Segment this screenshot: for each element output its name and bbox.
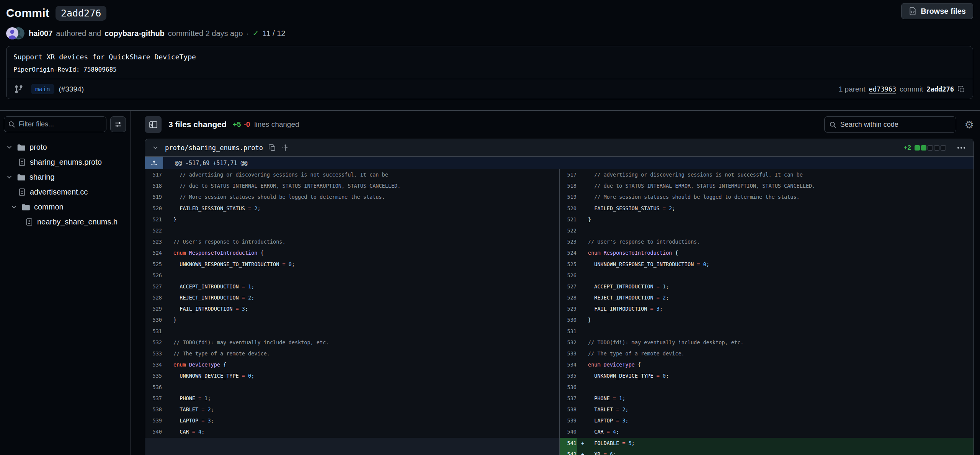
line-number[interactable]: 527 (145, 281, 163, 292)
line-number[interactable]: 524 (560, 247, 577, 259)
diff-marker (163, 426, 173, 437)
copy-filename-button[interactable] (268, 144, 276, 152)
full-commit-sha: 2add276 (926, 85, 954, 93)
line-number[interactable]: 518 (145, 180, 163, 191)
line-number[interactable]: 523 (145, 236, 163, 247)
tree-folder-proto[interactable]: proto (4, 140, 126, 155)
collapse-file-chevron-icon[interactable] (152, 144, 159, 151)
sliders-icon (114, 121, 122, 128)
checks-status[interactable]: 11 / 12 (263, 29, 286, 38)
line-number[interactable]: 522 (145, 225, 163, 236)
file-options-button[interactable] (956, 146, 967, 150)
line-number[interactable]: 531 (560, 326, 577, 337)
line-number[interactable]: 538 (560, 404, 577, 415)
toggle-file-tree-button[interactable] (145, 116, 162, 133)
line-number[interactable]: 518 (560, 180, 577, 191)
tree-file-advertisement.cc[interactable]: advertisement.cc (4, 185, 126, 200)
line-number[interactable]: 519 (560, 191, 577, 203)
parent-sha-link[interactable]: ed73963 (869, 85, 896, 93)
line-number[interactable]: 526 (145, 270, 163, 281)
code-text: // More session statuses should be logge… (173, 191, 559, 203)
pr-reference[interactable]: (#3394) (59, 85, 84, 93)
diff-file-header: proto/sharing_enums.proto (145, 139, 973, 157)
line-number[interactable]: 540 (560, 426, 577, 437)
committer-name[interactable]: copybara-github (105, 29, 165, 38)
committed-text: committed 2 days ago (168, 29, 243, 38)
line-number[interactable]: 539 (145, 415, 163, 426)
line-number[interactable]: 525 (560, 259, 577, 270)
tree-item-label: proto (29, 143, 47, 152)
line-number[interactable]: 537 (560, 393, 577, 404)
diff-marker (577, 259, 588, 270)
tree-folder-sharing[interactable]: sharing (4, 170, 126, 185)
diff-filename[interactable]: proto/sharing_enums.proto (165, 144, 263, 152)
line-number[interactable]: 524 (145, 247, 163, 259)
line-number[interactable]: 521 (560, 214, 577, 225)
line-number[interactable]: 529 (560, 303, 577, 314)
copy-sha-button[interactable] (957, 85, 965, 93)
line-number[interactable]: 523 (560, 236, 577, 247)
line-number[interactable]: 522 (560, 225, 577, 236)
line-number[interactable]: 530 (560, 314, 577, 326)
author-avatar (6, 27, 18, 39)
lines-changed-label: lines changed (254, 120, 299, 129)
tree-file-nearby_share_enums.h[interactable]: nearby_share_enums.h (4, 214, 126, 229)
line-number[interactable]: 540 (145, 426, 163, 437)
line-number[interactable]: 529 (145, 303, 163, 314)
avatar[interactable] (6, 27, 25, 39)
code-text: } (173, 214, 559, 225)
line-number[interactable]: 527 (560, 281, 577, 292)
deletions-count: -0 (243, 120, 250, 129)
line-number[interactable]: 534 (145, 359, 163, 370)
diff-line: 519 // More session statuses should be l… (145, 191, 559, 203)
line-number[interactable]: 534 (560, 359, 577, 370)
drag-move-handle[interactable] (281, 144, 289, 152)
diff-line: 536 (560, 382, 973, 393)
diff-settings-button[interactable]: ⚙ (965, 119, 974, 130)
line-number[interactable]: 528 (145, 292, 163, 303)
line-number[interactable]: 521 (145, 214, 163, 225)
line-number[interactable]: 536 (560, 382, 577, 393)
diff-line: 537 PHONE = 1; (145, 393, 559, 404)
tree-file-sharing_enums.proto[interactable]: sharing_enums.proto (4, 155, 126, 170)
line-number[interactable]: 532 (145, 337, 163, 348)
diff-line: 539 LAPTOP = 3; (560, 415, 973, 426)
diff-line: 530} (560, 314, 973, 326)
line-number[interactable]: 532 (560, 337, 577, 348)
line-number[interactable]: 519 (145, 191, 163, 203)
line-number[interactable]: 541 (560, 438, 577, 449)
code-text: enum DeviceType { (588, 359, 973, 370)
tree-folder-common[interactable]: common (4, 200, 126, 214)
line-number[interactable]: 535 (560, 370, 577, 381)
line-number[interactable]: 539 (560, 415, 577, 426)
line-number[interactable]: 526 (560, 270, 577, 281)
filter-files-input[interactable] (19, 120, 102, 128)
code-text: // The type of a remote device. (588, 348, 973, 359)
diff-line: 517 // advertising or discovering sessio… (145, 169, 559, 180)
tree-options-button[interactable] (110, 116, 126, 132)
line-number[interactable]: 538 (145, 404, 163, 415)
line-number[interactable]: 537 (145, 393, 163, 404)
browse-files-button[interactable]: Browse files (901, 3, 973, 19)
line-number[interactable]: 517 (145, 169, 163, 180)
line-number[interactable]: 530 (145, 314, 163, 326)
line-number[interactable]: 520 (560, 203, 577, 214)
line-number[interactable]: 533 (145, 348, 163, 359)
diff-marker (577, 326, 588, 337)
line-number[interactable]: 525 (145, 259, 163, 270)
line-number[interactable]: 533 (560, 348, 577, 359)
line-number[interactable]: 531 (145, 326, 163, 337)
expand-hunk-button[interactable] (145, 157, 163, 169)
author-name[interactable]: hai007 (29, 29, 52, 38)
separator-dot: · (246, 29, 249, 38)
line-number[interactable]: 528 (560, 292, 577, 303)
search-within-code-input[interactable] (840, 121, 951, 129)
code-text: } (588, 214, 973, 225)
diff-line: 540 CAR = 4; (145, 426, 559, 437)
line-number[interactable]: 517 (560, 169, 577, 180)
line-number[interactable]: 536 (145, 382, 163, 393)
line-number[interactable]: 535 (145, 370, 163, 381)
branch-name-pill[interactable]: main (31, 84, 54, 94)
line-number[interactable]: 520 (145, 203, 163, 214)
line-number[interactable]: 542 (560, 449, 577, 455)
